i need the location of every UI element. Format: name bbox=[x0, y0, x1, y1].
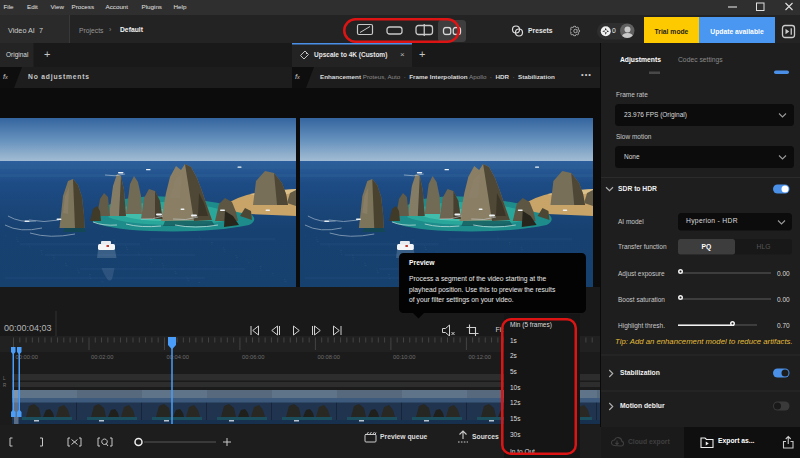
svg-text:00:06:00: 00:06:00 bbox=[242, 354, 264, 360]
svg-text:00:02:00: 00:02:00 bbox=[91, 354, 113, 360]
svg-text:00:10:00: 00:10:00 bbox=[393, 354, 415, 360]
svg-text:L: L bbox=[3, 376, 6, 381]
svg-text:00:12:00: 00:12:00 bbox=[469, 354, 491, 360]
svg-text:00:04:00: 00:04:00 bbox=[167, 354, 189, 360]
svg-text:00:08:00: 00:08:00 bbox=[318, 354, 340, 360]
svg-text:R: R bbox=[3, 383, 7, 388]
